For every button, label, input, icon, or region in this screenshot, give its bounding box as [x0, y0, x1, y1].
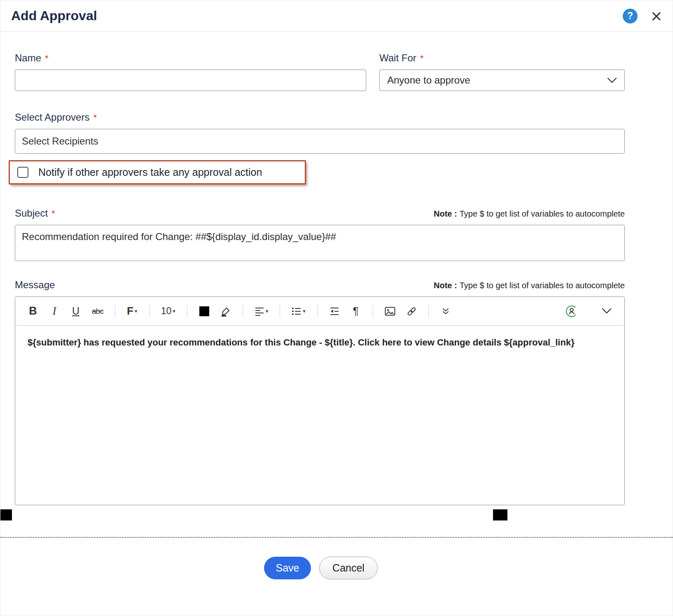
strikethrough-button[interactable]: abc [92, 307, 103, 316]
subject-input[interactable]: Recommendation required for Change: ##${… [15, 225, 625, 261]
notify-checkbox-callout: Notify if other approvers take any appro… [9, 160, 306, 184]
artifact-block-left [0, 509, 12, 520]
caret-down-icon: ▾ [173, 308, 175, 314]
waitfor-label-row: Wait For * [379, 52, 625, 64]
toolbar-separator [149, 305, 150, 317]
message-input[interactable]: ${submitter} has requested your recommen… [15, 326, 624, 505]
chevron-down-icon [602, 308, 612, 314]
waitfor-label: Wait For [379, 52, 416, 64]
waitfor-selected-value: Anyone to approve [387, 75, 470, 86]
message-value: ${submitter} has requested your recommen… [28, 337, 575, 348]
subject-note-prefix: Note : [434, 209, 457, 218]
align-left-icon [255, 307, 264, 316]
toolbar-separator [187, 305, 187, 317]
list-button[interactable]: ▾ [292, 307, 306, 316]
paragraph-button[interactable]: ¶ [351, 305, 361, 317]
header-actions: ? × [623, 7, 662, 26]
artifact-block-right [493, 509, 507, 520]
double-chevron-down-icon [442, 308, 449, 315]
notify-checkbox[interactable] [17, 167, 28, 178]
dialog-body: Name * Wait For * Anyone to approve Sele… [0, 52, 673, 505]
dialog-title: Add Approval [11, 8, 97, 23]
approvers-label: Select Approvers [15, 112, 89, 123]
save-button[interactable]: Save [264, 557, 311, 579]
name-input[interactable] [15, 70, 366, 91]
close-glyph: × [651, 5, 662, 27]
approvers-field-group: Select Approvers * [15, 112, 625, 154]
collapse-toolbar-button[interactable] [601, 308, 612, 314]
image-button[interactable] [385, 307, 395, 316]
notify-checkbox-label[interactable]: Notify if other approvers take any appro… [38, 166, 262, 178]
subject-field-group: Subject * Note :Type $ to get list of va… [15, 208, 625, 261]
person-refresh-icon [565, 305, 578, 318]
caret-down-icon: ▾ [266, 308, 269, 314]
toolbar-separator [317, 305, 318, 317]
chevron-down-icon [607, 77, 617, 84]
text-color-button[interactable] [199, 306, 210, 316]
toolbar-separator [280, 305, 280, 317]
font-family-button[interactable]: F ▾ [127, 305, 138, 317]
name-required-asterisk: * [45, 52, 49, 64]
subject-required-asterisk: * [51, 208, 55, 219]
name-label-row: Name * [15, 52, 366, 64]
subject-value: Recommendation required for Change: ##${… [22, 231, 336, 242]
rich-text-editor: B I U abc F ▾ 10 ▾ [15, 296, 625, 505]
toolbar-right-group [565, 305, 612, 318]
bullet-list-icon [292, 307, 301, 316]
more-tools-button[interactable] [440, 308, 451, 315]
toolbar-separator [243, 305, 243, 317]
waitfor-field-group: Wait For * Anyone to approve [379, 52, 625, 91]
approvers-label-row: Select Approvers * [15, 112, 625, 123]
close-icon[interactable]: × [651, 7, 662, 26]
message-note: Note :Type $ to get list of variables to… [434, 281, 625, 290]
highlight-button[interactable] [220, 306, 231, 317]
dotted-divider [0, 537, 673, 538]
dialog-footer: Save Cancel [0, 557, 657, 579]
align-button[interactable]: ▾ [255, 307, 269, 316]
message-note-text: Type $ to get list of variables to autoc… [460, 281, 625, 290]
subject-label: Subject [15, 208, 48, 219]
help-glyph: ? [627, 10, 633, 21]
subject-label-row: Subject * Note :Type $ to get list of va… [15, 208, 625, 219]
caret-down-icon: ▾ [303, 308, 306, 314]
approvers-input[interactable] [15, 129, 625, 154]
insert-user-button[interactable] [565, 305, 578, 318]
waitfor-required-asterisk: * [420, 52, 424, 64]
waitfor-select[interactable]: Anyone to approve [379, 70, 625, 91]
caret-down-icon: ▾ [135, 308, 138, 314]
message-field-group: Message Note :Type $ to get list of vari… [15, 279, 625, 505]
name-label: Name [15, 52, 41, 64]
toolbar-separator [115, 305, 115, 317]
link-button[interactable] [406, 306, 417, 317]
message-note-prefix: Note : [434, 281, 457, 290]
message-label: Message [15, 279, 55, 291]
bold-button[interactable]: B [28, 305, 38, 317]
image-icon [385, 307, 395, 316]
editor-toolbar: B I U abc F ▾ 10 ▾ [15, 297, 624, 326]
underline-button[interactable]: U [70, 305, 81, 317]
indent-left-icon [329, 307, 339, 316]
subject-label-wrap: Subject * [15, 208, 55, 219]
link-icon [406, 306, 417, 317]
subject-note: Note :Type $ to get list of variables to… [434, 209, 625, 219]
add-approval-dialog: { "dialog": { "title": "Add Approval", "… [0, 0, 673, 616]
help-icon[interactable]: ? [623, 9, 638, 23]
font-size-button[interactable]: 10 ▾ [161, 306, 175, 317]
message-label-wrap: Message [15, 279, 55, 291]
name-waitfor-row: Name * Wait For * Anyone to approve [15, 52, 625, 91]
dialog-header: Add Approval ? × [0, 0, 673, 32]
name-field-group: Name * [15, 52, 366, 91]
message-label-row: Message Note :Type $ to get list of vari… [15, 279, 625, 291]
highlighter-icon [220, 306, 231, 317]
italic-button[interactable]: I [49, 305, 60, 317]
approvers-required-asterisk: * [93, 112, 97, 123]
toolbar-separator [373, 305, 373, 317]
subject-note-text: Type $ to get list of variables to autoc… [460, 209, 625, 218]
cancel-button[interactable]: Cancel [319, 557, 378, 579]
toolbar-separator [428, 305, 429, 317]
color-swatch-icon [199, 306, 209, 316]
indent-button[interactable] [329, 307, 340, 316]
